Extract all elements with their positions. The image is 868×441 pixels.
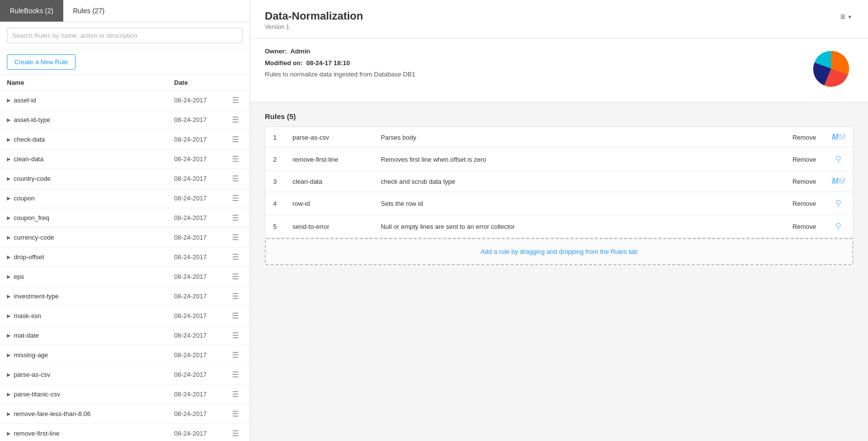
rule-item-name: check-data <box>14 136 174 143</box>
rules-list: ▶ asset-id 08-24-2017 ☰ ▶ asset-id-type … <box>0 91 250 441</box>
table-cell-icon: ⚲ <box>824 215 853 238</box>
right-panel: Data-Normalization Version 1 ≡ ▾ Owner: … <box>250 0 868 441</box>
list-item[interactable]: ▶ country-code 08-24-2017 ☰ <box>0 169 250 189</box>
rule-item-menu-icon[interactable]: ☰ <box>228 350 243 360</box>
modified-label: Modified on: <box>265 59 303 67</box>
table-cell-desc: Null or empty lines are sent to an error… <box>373 215 785 238</box>
rulebook-version: Version 1 <box>265 24 363 30</box>
list-item[interactable]: ▶ coupon 08-24-2017 ☰ <box>0 189 250 208</box>
create-btn-area: Create a New Rule <box>0 49 250 75</box>
detail-header: Data-Normalization Version 1 ≡ ▾ <box>250 0 868 39</box>
rule-item-menu-icon[interactable]: ☰ <box>228 292 243 301</box>
list-item[interactable]: ▶ parse-as-csv 08-24-2017 ☰ <box>0 365 250 385</box>
tab-rulebooks[interactable]: RuleBooks (2) <box>0 0 63 22</box>
table-cell-num: 3 <box>265 171 285 192</box>
expand-arrow-icon: ▶ <box>7 411 11 416</box>
rule-item-menu-icon[interactable]: ☰ <box>228 390 243 399</box>
rulebook-title: Data-Normalization <box>265 10 363 23</box>
expand-arrow-icon: ▶ <box>7 392 11 397</box>
rule-item-menu-icon[interactable]: ☰ <box>228 429 243 438</box>
rule-item-name: remove-first-line <box>14 430 174 437</box>
left-panel: RuleBooks (2) Rules (27) Create a New Ru… <box>0 0 250 441</box>
list-item[interactable]: ▶ mat-date 08-24-2017 ☰ <box>0 326 250 345</box>
list-item[interactable]: ▶ mask-ssn 08-24-2017 ☰ <box>0 306 250 326</box>
list-item[interactable]: ▶ parse-titanic-csv 08-24-2017 ☰ <box>0 385 250 404</box>
column-name-header: Name <box>7 79 174 86</box>
rule-item-menu-icon[interactable]: ☰ <box>228 174 243 183</box>
rule-item-menu-icon[interactable]: ☰ <box>228 154 243 164</box>
rules-list-header: Name Date <box>0 75 250 91</box>
remove-button[interactable]: Remove <box>785 171 824 192</box>
table-row: 1 parse-as-csv Parses body Remove MM <box>265 127 853 148</box>
remove-button[interactable]: Remove <box>785 148 824 171</box>
rule-item-name: investment-type <box>14 293 174 300</box>
rule-type-m2-icon: M <box>839 133 845 141</box>
remove-button[interactable]: Remove <box>785 127 824 148</box>
rule-item-date: 08-24-2017 <box>174 195 228 202</box>
expand-arrow-icon: ▶ <box>7 294 11 299</box>
rule-item-menu-icon[interactable]: ☰ <box>228 331 243 340</box>
rule-item-name: drop-offset <box>14 253 174 261</box>
table-cell-name: parse-as-csv <box>285 127 373 148</box>
tab-rules[interactable]: Rules (27) <box>63 0 115 22</box>
detail-menu-button[interactable]: ≡ ▾ <box>838 10 853 24</box>
rule-item-name: mask-ssn <box>14 312 174 319</box>
rule-item-menu-icon[interactable]: ☰ <box>228 272 243 281</box>
list-item[interactable]: ▶ check-data 08-24-2017 ☰ <box>0 130 250 149</box>
rule-item-name: coupon <box>14 195 174 202</box>
rule-item-menu-icon[interactable]: ☰ <box>228 96 243 105</box>
rule-item-date: 08-24-2017 <box>174 155 228 163</box>
rule-item-menu-icon[interactable]: ☰ <box>228 252 243 262</box>
title-block: Data-Normalization Version 1 <box>265 10 363 30</box>
table-cell-desc: check and scrub data type <box>373 171 785 192</box>
list-item[interactable]: ▶ clean-data 08-24-2017 ☰ <box>0 149 250 169</box>
table-cell-name: clean-data <box>285 171 373 192</box>
rule-item-date: 08-24-2017 <box>174 351 228 359</box>
owner-line: Owner: Admin <box>265 47 415 56</box>
rule-item-menu-icon[interactable]: ☰ <box>228 311 243 320</box>
rule-item-menu-icon[interactable]: ☰ <box>228 115 243 124</box>
drop-zone[interactable]: Add a rule by dragging and dropping from… <box>265 238 853 265</box>
list-item[interactable]: ▶ remove-first-line 08-24-2017 ☰ <box>0 424 250 441</box>
expand-arrow-icon: ▶ <box>7 98 11 103</box>
chevron-down-icon: ▾ <box>848 14 851 20</box>
list-item[interactable]: ▶ coupon_freq 08-24-2017 ☰ <box>0 208 250 228</box>
rule-item-menu-icon[interactable]: ☰ <box>228 135 243 144</box>
table-cell-name: send-to-error <box>285 215 373 238</box>
rule-item-menu-icon[interactable]: ☰ <box>228 409 243 418</box>
table-row: 4 row-id Sets the row id Remove ⚲ <box>265 192 853 215</box>
list-item[interactable]: ▶ drop-offset 08-24-2017 ☰ <box>0 247 250 267</box>
create-new-rule-button[interactable]: Create a New Rule <box>7 54 76 70</box>
rule-item-menu-icon[interactable]: ☰ <box>228 194 243 203</box>
list-item[interactable]: ▶ investment-type 08-24-2017 ☰ <box>0 287 250 306</box>
hamburger-icon: ≡ <box>840 12 845 22</box>
rule-item-menu-icon[interactable]: ☰ <box>228 233 243 242</box>
rule-item-name: eps <box>14 273 174 280</box>
list-item[interactable]: ▶ eps 08-24-2017 ☰ <box>0 267 250 287</box>
list-item[interactable]: ▶ asset-id 08-24-2017 ☰ <box>0 91 250 110</box>
list-item[interactable]: ▶ currency-code 08-24-2017 ☰ <box>0 228 250 247</box>
rule-type-pin-icon: ⚲ <box>835 154 842 164</box>
rule-item-date: 08-24-2017 <box>174 430 228 437</box>
table-row: 3 clean-data check and scrub data type R… <box>265 171 853 192</box>
list-item[interactable]: ▶ asset-id-type 08-24-2017 ☰ <box>0 110 250 130</box>
expand-arrow-icon: ▶ <box>7 313 11 318</box>
description-line: Rules to normalize data ingested from Da… <box>265 70 415 79</box>
rule-item-date: 08-24-2017 <box>174 214 228 221</box>
rule-item-menu-icon[interactable]: ☰ <box>228 213 243 222</box>
table-cell-num: 2 <box>265 148 285 171</box>
rule-item-name: coupon_freq <box>14 214 174 221</box>
rule-type-m2-icon: M <box>839 177 845 185</box>
rule-item-name: parse-titanic-csv <box>14 391 174 398</box>
list-item[interactable]: ▶ remove-fare-less-than-8.06 08-24-2017 … <box>0 404 250 424</box>
table-cell-icon: MM <box>824 171 853 192</box>
table-cell-name: row-id <box>285 192 373 215</box>
remove-button[interactable]: Remove <box>785 192 824 215</box>
list-item[interactable]: ▶ missing-age 08-24-2017 ☰ <box>0 345 250 365</box>
rule-item-date: 08-24-2017 <box>174 116 228 123</box>
remove-button[interactable]: Remove <box>785 215 824 238</box>
expand-arrow-icon: ▶ <box>7 156 11 162</box>
search-input[interactable] <box>7 28 243 43</box>
rule-item-menu-icon[interactable]: ☰ <box>228 370 243 379</box>
expand-arrow-icon: ▶ <box>7 176 11 181</box>
